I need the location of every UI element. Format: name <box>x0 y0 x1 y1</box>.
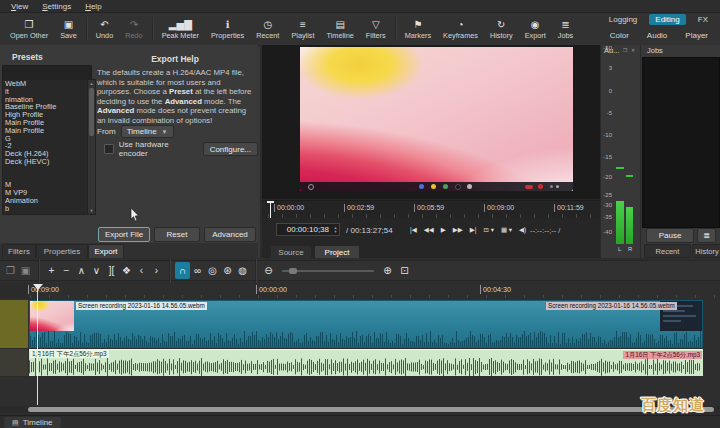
player-scrubber[interactable]: 00:00:0000:02:5900:05:5900:09:0000:11:59 <box>262 200 600 218</box>
scrubber-playhead[interactable] <box>270 201 271 218</box>
advanced-button[interactable]: Advanced <box>204 227 256 242</box>
video-clip[interactable]: Screen recording 2023-01-16 14.56.05.web… <box>29 300 703 348</box>
fast-forward-button[interactable]: ▶▶ <box>453 226 463 234</box>
rewind-button[interactable]: ◀◀ <box>424 226 434 234</box>
export-button[interactable]: ◉Export <box>519 14 552 44</box>
preset-item[interactable]: High Profile <box>3 111 87 119</box>
jobs-list[interactable] <box>642 57 720 228</box>
play-button[interactable]: ▶ <box>441 226 446 234</box>
ripple-delete-button[interactable]: − <box>59 262 74 279</box>
reset-button[interactable]: Reset <box>154 227 200 242</box>
tab-properties[interactable]: Properties <box>36 244 88 258</box>
zoom-fit-button[interactable]: ⊡ ▾ <box>483 226 494 234</box>
close-panel-icon[interactable]: ✕ <box>631 47 635 53</box>
video-track-head[interactable] <box>0 300 28 349</box>
current-time-field[interactable] <box>276 223 340 236</box>
prev-marker-button[interactable]: ‹ <box>134 262 149 279</box>
tab-filters[interactable]: Filters <box>2 244 36 258</box>
layout-player[interactable]: Player <box>679 30 714 41</box>
timeline-ruler[interactable]: 00:00:0000:04:3000:09:00 <box>28 283 720 298</box>
peak-meter-button[interactable]: ▂▅▇Peak Meter <box>156 14 205 44</box>
preset-search-input[interactable] <box>2 65 92 80</box>
filters-button[interactable]: ▽Filters <box>360 14 392 44</box>
save-button[interactable]: ▣Save <box>54 14 83 44</box>
preset-item[interactable]: G <box>3 135 87 143</box>
preset-item[interactable]: -2 <box>3 142 87 150</box>
audio-clip[interactable]: 1月16日 下午2点56分.mp3 1月16日 下午2点56分.mp3 <box>29 349 703 376</box>
scroll-up-icon[interactable]: ▲ <box>88 81 95 86</box>
timeline-button[interactable]: ▤Timeline <box>321 14 360 44</box>
keyframes-button[interactable]: ◔Keyframes <box>437 14 484 44</box>
playlist-button[interactable]: ≡Playlist <box>285 14 320 44</box>
grid-button[interactable]: ▦ ▾ <box>501 226 512 234</box>
volume-button[interactable]: ◀) <box>519 226 526 234</box>
snap-button[interactable]: ∩ <box>175 262 190 279</box>
timeline-playhead-handle[interactable] <box>33 284 43 290</box>
timeline-zoom-fit-button[interactable]: ⊡ <box>397 262 412 279</box>
preset-item[interactable]: Animation <box>3 197 87 205</box>
preset-item[interactable]: M <box>3 181 87 189</box>
append-button[interactable]: + <box>44 262 59 279</box>
tab-recent[interactable]: Recent <box>644 244 691 258</box>
undo-button[interactable]: ↶Undo <box>90 14 119 44</box>
recent-button[interactable]: ◷Recent <box>250 14 285 44</box>
menu-settings[interactable]: Settings <box>35 2 78 11</box>
ripple-button[interactable]: ◎ <box>205 262 220 279</box>
timeline-horizontal-scrollbar[interactable] <box>0 406 720 413</box>
timeline-playhead[interactable] <box>37 284 38 405</box>
from-dropdown[interactable]: Timeline ▼ <box>121 125 174 138</box>
properties-button[interactable]: ℹProperties <box>205 14 250 44</box>
menu-help[interactable]: Help <box>78 2 108 11</box>
tab-history[interactable]: History <box>692 244 720 258</box>
skip-start-button[interactable]: |◀ <box>410 226 417 234</box>
copy-button[interactable]: ❐ <box>3 262 18 279</box>
scroll-down-icon[interactable]: ▼ <box>88 208 95 213</box>
preset-item[interactable] <box>3 174 87 182</box>
preset-item[interactable]: M VP9 <box>3 189 87 197</box>
pause-button[interactable]: Pause <box>646 228 694 243</box>
redo-button[interactable]: ↷Redo <box>119 14 148 44</box>
preset-item[interactable]: Main Profile <box>3 127 87 135</box>
lift-button[interactable]: ∧ <box>74 262 89 279</box>
layout-logging[interactable]: Logging <box>603 14 643 25</box>
ripple-all-tracks-button[interactable]: ⊛ <box>220 262 235 279</box>
split-button[interactable]: ][ <box>104 262 119 279</box>
menu-view[interactable]: View <box>4 2 35 11</box>
layout-color[interactable]: Color <box>604 30 635 41</box>
timeline-dock-tab[interactable]: ▤ Timeline <box>4 417 61 428</box>
ripple-markers-button[interactable]: ◍ <box>235 262 250 279</box>
preset-item[interactable]: Deck (H.264) <box>3 150 87 158</box>
hardware-encoder-checkbox[interactable] <box>104 144 114 154</box>
preset-item[interactable]: nimation <box>3 96 87 104</box>
timeline-zoom-in-button[interactable]: ⊕ <box>380 262 395 279</box>
skip-end-button[interactable]: ▶| <box>470 226 477 234</box>
preset-item[interactable] <box>3 166 87 174</box>
preset-item[interactable]: Deck (HEVC) <box>3 158 87 166</box>
timeline-zoom-slider[interactable] <box>282 270 374 272</box>
markers-button[interactable]: ⚑Markers <box>399 14 437 44</box>
next-marker-button[interactable]: › <box>149 262 164 279</box>
audio-track-head[interactable] <box>0 349 28 377</box>
float-panel-icon[interactable]: ❒ <box>623 47 627 53</box>
scrub-while-dragging-button[interactable]: ∞ <box>190 262 205 279</box>
jobs-menu-button[interactable]: ≣ <box>697 228 716 243</box>
marker-button[interactable]: ❖ <box>119 262 134 279</box>
configure-button[interactable]: Configure... <box>203 142 258 156</box>
preset-item[interactable]: lt <box>3 88 87 96</box>
history-button[interactable]: ↻History <box>484 14 519 44</box>
preset-list-scrollbar[interactable]: ▲ ▼ <box>87 79 96 215</box>
time-spinner[interactable]: ▲▼ <box>332 224 339 236</box>
paste-button[interactable]: ▣ <box>18 262 33 279</box>
overwrite-button[interactable]: ∨ <box>89 262 104 279</box>
tab-export[interactable]: Export <box>88 244 124 258</box>
preset-list[interactable]: WebMltnimationBaseline ProfileHigh Profi… <box>2 79 88 215</box>
layout-fx[interactable]: FX <box>692 14 714 25</box>
preset-item[interactable]: WebM <box>3 80 87 88</box>
layout-audio[interactable]: Audio <box>641 30 673 41</box>
preset-item[interactable]: b <box>3 205 87 213</box>
preset-item[interactable]: Baseline Profile <box>3 103 87 111</box>
open-other-button[interactable]: ❐Open Other <box>4 14 54 44</box>
export-file-button[interactable]: Export File <box>98 227 150 242</box>
layout-editing[interactable]: Editing <box>649 14 685 25</box>
preset-item[interactable]: Main Profile <box>3 119 87 127</box>
